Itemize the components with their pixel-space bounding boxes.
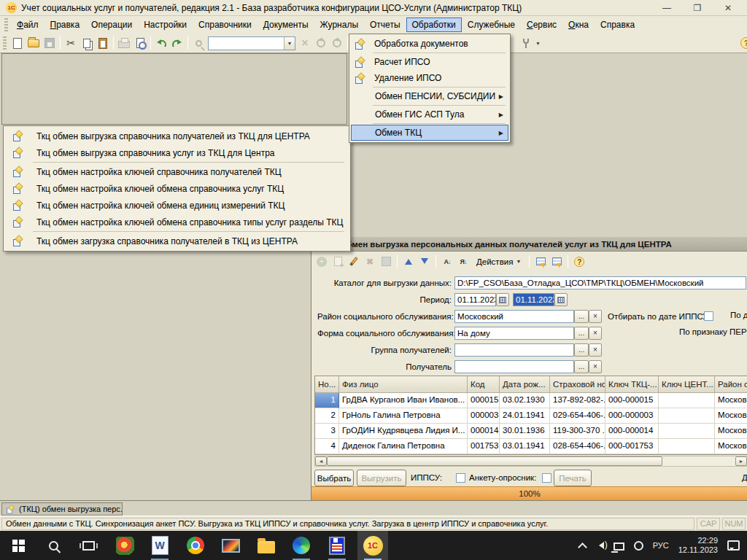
taskbar-app-chrome[interactable] xyxy=(180,531,211,560)
copy-button[interactable] xyxy=(79,35,95,51)
scroll-left-icon[interactable]: ◄ xyxy=(315,456,327,466)
minimize-icon[interactable]: — xyxy=(661,2,673,14)
chevron-down-icon[interactable]: ▼ xyxy=(535,41,541,46)
column-header[interactable]: Ключ ЦЕНТ... xyxy=(659,376,715,393)
language-indicator[interactable]: РУС xyxy=(653,541,669,550)
clock[interactable]: 22:29 12.11.2023 xyxy=(678,536,718,555)
menu-edit[interactable]: Правка xyxy=(44,18,86,32)
period-to-input[interactable]: 01.11.2023 xyxy=(513,293,554,306)
refresh-all-button[interactable] xyxy=(329,35,345,51)
open-button[interactable] xyxy=(26,35,42,51)
column-header[interactable]: Ключ ТКЦ-... xyxy=(605,376,659,393)
recipient-clear-button[interactable]: × xyxy=(589,360,602,373)
period-to-calendar-button[interactable] xyxy=(554,293,568,306)
upload-button[interactable]: Выгрузить xyxy=(357,470,406,486)
service-form-lookup-button[interactable]: ... xyxy=(574,327,589,340)
table-row[interactable]: 4 Диденок Галина Петровна 001753 03.01.1… xyxy=(315,439,747,454)
menu-settings[interactable]: Настройки xyxy=(138,18,193,32)
menu-windows[interactable]: Окна xyxy=(562,18,595,32)
redo-button[interactable] xyxy=(169,35,185,51)
menu-item-document-processing[interactable]: Обработка документов xyxy=(351,36,508,52)
menu-processing[interactable]: Обработки xyxy=(406,18,462,32)
column-header[interactable]: Дата рож... xyxy=(500,376,550,393)
recipient-lookup-button[interactable]: ... xyxy=(574,360,589,373)
anketa-checkbox[interactable] xyxy=(542,473,551,483)
column-header[interactable]: Физ лицо xyxy=(339,376,468,393)
window-tab[interactable]: (ТКЦ) обмен выгрузка перс... xyxy=(1,502,123,516)
period-from-calendar-button[interactable] xyxy=(496,293,509,306)
menu-catalogs[interactable]: Справочники xyxy=(193,18,258,32)
help-button[interactable] xyxy=(572,254,587,269)
edit-row-button[interactable] xyxy=(347,254,361,269)
group-input[interactable] xyxy=(454,343,574,357)
print-preview-button[interactable] xyxy=(132,35,148,51)
taskbar-app-1c-active[interactable]: 1С xyxy=(357,531,388,560)
scrollbar-track[interactable] xyxy=(662,456,735,466)
submenu-item-export-services[interactable]: Ткц обмен выгрузка справочника услуг из … xyxy=(5,144,349,161)
column-header[interactable]: Код xyxy=(468,376,500,393)
search-combo[interactable]: ▼ xyxy=(208,36,295,50)
table-row[interactable]: 2 ГрНоль Галина Петровна 000003 24.01.19… xyxy=(315,408,747,424)
menu-help[interactable]: Справка xyxy=(595,18,640,32)
period-from-input[interactable]: 01.11.2023 xyxy=(454,293,496,306)
sort-desc-button[interactable]: Я↓ xyxy=(456,254,471,269)
taskbar-app-explorer[interactable] xyxy=(251,531,282,560)
volume-icon[interactable] xyxy=(595,542,604,549)
menu-service-ops[interactable]: Служебные xyxy=(462,18,521,32)
start-button[interactable] xyxy=(3,531,34,560)
menu-documents[interactable]: Документы xyxy=(258,18,314,32)
copy-row-button[interactable] xyxy=(330,254,345,269)
recipient-input[interactable] xyxy=(454,360,574,373)
filter-ippsu-date-checkbox[interactable] xyxy=(704,311,713,321)
menu-item-gis-asp-exchange[interactable]: Обмен ГИС АСП Тула xyxy=(351,106,508,122)
move-up-button[interactable] xyxy=(401,254,416,269)
service-form-clear-button[interactable]: × xyxy=(589,327,602,340)
post-button[interactable] xyxy=(379,254,393,269)
export-table-button[interactable] xyxy=(533,254,548,269)
chevron-down-icon[interactable]: ▼ xyxy=(284,37,295,50)
menu-tools[interactable]: Сервис xyxy=(521,18,562,32)
submenu-item-import-recipients[interactable]: Ткц обмен загрузка справочника получател… xyxy=(5,233,349,249)
print-button[interactable] xyxy=(116,35,132,51)
table-row[interactable]: 3 ГрОДИН Кудрявцева Лидия И... 000014 30… xyxy=(315,424,747,439)
taskbar-app-edge[interactable] xyxy=(286,531,317,560)
column-header[interactable]: Но... xyxy=(315,376,339,393)
save-button[interactable] xyxy=(42,35,58,51)
tray-expand-icon[interactable] xyxy=(578,542,587,552)
table-row[interactable]: 1 ГрДВА Курганов Иван Иванов... 000015 0… xyxy=(315,393,747,408)
service-form-input[interactable]: На дому xyxy=(454,327,574,340)
menu-journals[interactable]: Журналы xyxy=(314,18,364,32)
menu-item-pension-exchange[interactable]: Обмен ПЕНСИИ, СУБСИДИИ xyxy=(351,88,508,104)
cut-button[interactable]: ✂ xyxy=(63,35,79,51)
refresh-button[interactable] xyxy=(313,35,329,51)
submenu-item-keys-service-types[interactable]: Ткц обмен настройка ключей обмена справо… xyxy=(5,214,349,230)
new-document-button[interactable] xyxy=(9,35,26,51)
undo-button[interactable] xyxy=(153,35,169,51)
sort-asc-button[interactable]: А↓ xyxy=(440,254,454,269)
service-settings-button[interactable] xyxy=(518,35,534,51)
group-lookup-button[interactable]: ... xyxy=(574,343,589,357)
column-header[interactable]: Страховой но... xyxy=(550,376,605,393)
restore-icon[interactable]: ❐ xyxy=(692,2,703,14)
taskbar-app-game[interactable] xyxy=(109,531,140,560)
taskbar-search-button[interactable] xyxy=(38,531,69,560)
district-input[interactable]: Московский xyxy=(454,310,574,323)
submenu-item-keys-units[interactable]: Ткц обмен настройка ключей обмена единиц… xyxy=(5,197,349,214)
menu-item-ipso-delete[interactable]: Удаление ИПСО xyxy=(351,70,508,86)
paste-button[interactable] xyxy=(95,35,111,51)
import-table-button[interactable] xyxy=(549,254,564,269)
menu-file[interactable]: Файл xyxy=(11,18,44,32)
help-button[interactable]: ? xyxy=(740,37,747,49)
scroll-right-icon[interactable]: ► xyxy=(735,456,747,466)
column-header[interactable]: Район о... xyxy=(715,376,747,393)
group-clear-button[interactable]: × xyxy=(589,343,602,357)
menu-item-ipso-calc[interactable]: Расчет ИПСО xyxy=(351,54,508,70)
ippsu-checkbox[interactable] xyxy=(456,473,465,483)
print-button[interactable]: Печать xyxy=(554,470,592,486)
clear-search-button[interactable]: ✕ xyxy=(297,35,313,51)
actions-menu-button[interactable]: Действия xyxy=(472,254,525,269)
menu-reports[interactable]: Отчеты xyxy=(364,18,406,32)
catalog-input[interactable]: D:\FP_CSO\База_Отладка_ЦСО\TMP\ТКЦ\ОБМЕН… xyxy=(454,276,746,289)
find-button[interactable] xyxy=(190,35,206,51)
close-icon[interactable]: ✕ xyxy=(722,2,734,14)
